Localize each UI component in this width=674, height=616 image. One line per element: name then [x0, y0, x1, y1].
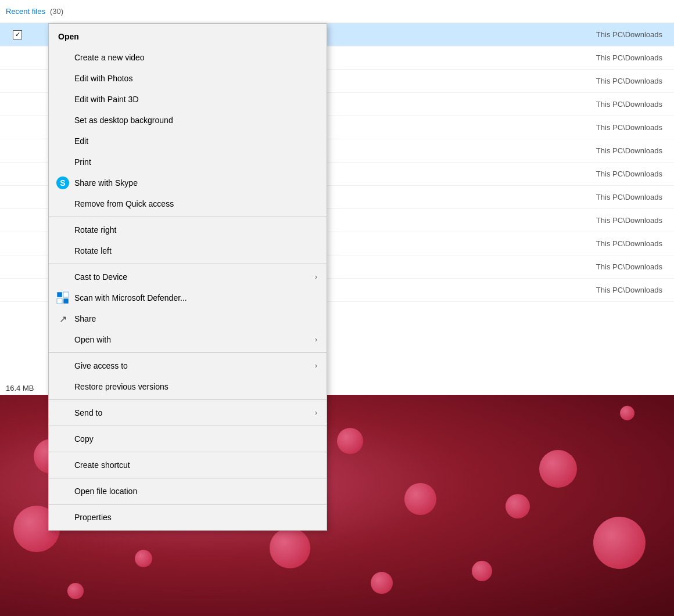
- row-location: This PC\Downloads: [596, 146, 674, 155]
- menu-item-label: Rotate right: [74, 225, 116, 235]
- bubble: [539, 450, 577, 488]
- menu-item-edit-with-photos[interactable]: Edit with Photos: [49, 68, 327, 89]
- menu-item-label: Print: [74, 157, 91, 167]
- menu-item-label: Set as desktop background: [74, 116, 173, 125]
- bubble: [620, 406, 634, 420]
- defender-icon: [55, 290, 71, 306]
- menu-item-share-skype[interactable]: S Share with Skype: [49, 172, 327, 193]
- row-checkbox[interactable]: ✓: [6, 30, 29, 39]
- menu-item-properties[interactable]: Properties: [49, 507, 327, 528]
- svg-rect-3: [63, 298, 69, 304]
- menu-item-label: Restore previous versions: [74, 382, 168, 391]
- bubble: [593, 517, 646, 569]
- submenu-arrow-icon: ›: [315, 409, 317, 417]
- row-location: This PC\Downloads: [596, 53, 674, 62]
- menu-item-give-access-to[interactable]: Give access to ›: [49, 355, 327, 376]
- menu-divider: [49, 478, 327, 478]
- bubble: [67, 583, 84, 599]
- row-location: This PC\Downloads: [596, 262, 674, 271]
- bubble: [472, 561, 492, 581]
- menu-item-create-new-video[interactable]: Create a new video: [49, 47, 327, 68]
- skype-icon: S: [55, 175, 71, 191]
- share-icon: ↗: [55, 311, 71, 327]
- bubble: [270, 528, 310, 568]
- menu-item-create-shortcut[interactable]: Create shortcut: [49, 455, 327, 475]
- svg-rect-0: [57, 292, 62, 297]
- menu-divider: [49, 426, 327, 426]
- bubble: [506, 494, 530, 518]
- menu-item-edit[interactable]: Edit: [49, 131, 327, 152]
- menu-item-label: Create a new video: [74, 53, 145, 62]
- row-location: This PC\Downloads: [596, 286, 674, 294]
- bubble: [337, 428, 363, 454]
- menu-item-edit-with-paint3d[interactable]: Edit with Paint 3D: [49, 89, 327, 110]
- checkbox-icon: ✓: [13, 30, 22, 39]
- submenu-arrow-icon: ›: [315, 362, 317, 370]
- menu-item-cast-to-device[interactable]: Cast to Device ›: [49, 266, 327, 287]
- menu-item-open-file-location[interactable]: Open file location: [49, 481, 327, 502]
- svg-rect-2: [57, 298, 62, 304]
- row-location: This PC\Downloads: [596, 239, 674, 248]
- menu-item-open-with[interactable]: Open with ›: [49, 329, 327, 350]
- menu-item-scan-defender[interactable]: Scan with Microsoft Defender...: [49, 287, 327, 308]
- menu-item-label: Edit with Photos: [74, 74, 132, 83]
- menu-item-label: Open file location: [74, 487, 137, 496]
- menu-item-label: Give access to: [74, 361, 128, 370]
- bubble: [135, 550, 152, 567]
- menu-divider: [49, 452, 327, 452]
- defender-shield-svg: [56, 291, 69, 304]
- menu-item-rotate-right[interactable]: Rotate right: [49, 219, 327, 240]
- menu-item-label: Share: [74, 314, 96, 323]
- menu-item-label: Remove from Quick access: [74, 199, 174, 208]
- file-size-label: 16.4 MB: [6, 384, 34, 392]
- bubble: [371, 572, 393, 594]
- bubble: [404, 483, 436, 515]
- menu-item-print[interactable]: Print: [49, 152, 327, 172]
- menu-item-send-to[interactable]: Send to ›: [49, 402, 327, 423]
- menu-divider: [49, 217, 327, 217]
- menu-item-remove-quick-access[interactable]: Remove from Quick access: [49, 193, 327, 214]
- menu-item-restore-previous[interactable]: Restore previous versions: [49, 376, 327, 397]
- recent-count: (30): [50, 7, 63, 16]
- menu-item-rotate-left[interactable]: Rotate left: [49, 240, 327, 261]
- row-location: This PC\Downloads: [596, 100, 674, 109]
- svg-rect-1: [63, 292, 69, 297]
- submenu-arrow-icon: ›: [315, 273, 317, 281]
- row-location: This PC\Downloads: [596, 193, 674, 201]
- menu-divider: [49, 399, 327, 400]
- context-menu: Open Create a new video Edit with Photos…: [48, 23, 327, 531]
- menu-item-share[interactable]: ↗ Share: [49, 308, 327, 329]
- menu-item-open[interactable]: Open: [49, 26, 327, 47]
- menu-item-label: Rotate left: [74, 246, 112, 255]
- menu-item-label: Cast to Device: [74, 272, 127, 282]
- menu-divider: [49, 352, 327, 353]
- row-location: This PC\Downloads: [596, 77, 674, 85]
- menu-divider: [49, 264, 327, 264]
- menu-item-label: Edit with Paint 3D: [74, 95, 139, 104]
- menu-item-label: Copy: [74, 434, 94, 444]
- row-location: This PC\Downloads: [596, 216, 674, 225]
- menu-item-label: Edit: [74, 136, 88, 146]
- explorer-header: Recent files (30): [0, 0, 674, 23]
- row-location: This PC\Downloads: [596, 30, 674, 39]
- menu-item-label: Send to: [74, 408, 102, 417]
- menu-item-label: Open with: [74, 335, 111, 344]
- menu-item-label: Open: [58, 32, 79, 41]
- row-location: This PC\Downloads: [596, 170, 674, 178]
- row-location: This PC\Downloads: [596, 123, 674, 132]
- menu-item-label: Create shortcut: [74, 460, 130, 470]
- submenu-arrow-icon: ›: [315, 336, 317, 344]
- menu-item-label: Properties: [74, 513, 112, 522]
- recent-label: Recent files: [6, 7, 45, 16]
- menu-item-label: Scan with Microsoft Defender...: [74, 293, 187, 302]
- menu-item-label: Share with Skype: [74, 178, 138, 188]
- menu-item-set-desktop-bg[interactable]: Set as desktop background: [49, 110, 327, 131]
- menu-divider: [49, 504, 327, 505]
- menu-item-copy[interactable]: Copy: [49, 428, 327, 449]
